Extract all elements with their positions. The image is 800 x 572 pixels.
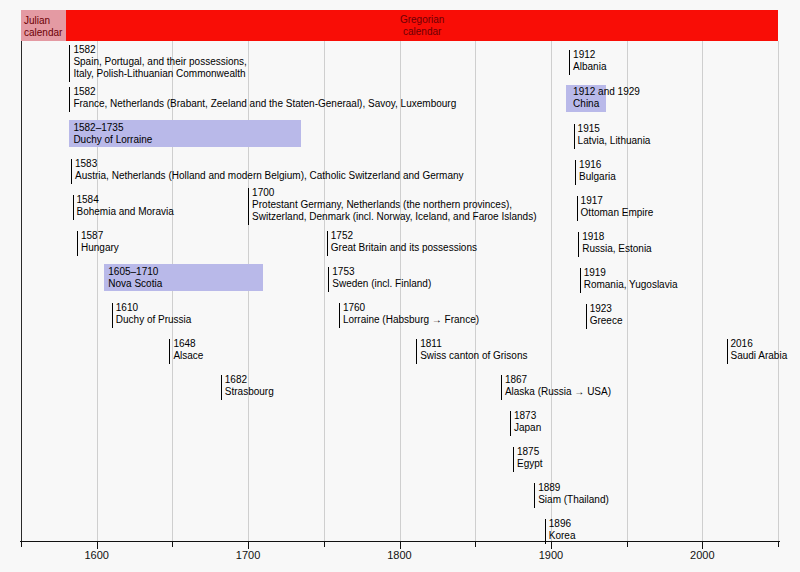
timeline-entry: 1584Bohemia and Moravia	[73, 194, 174, 218]
entry-region-label: Bulgaria	[579, 171, 616, 183]
entry-year-tick	[73, 195, 74, 220]
entry-region-label: France, Netherlands (Brabant, Zeeland an…	[73, 98, 456, 110]
timeline-entry: 1760Lorraine (Habsburg → France)	[339, 302, 479, 326]
timeline-entry: 1648Alsace	[169, 338, 203, 362]
entry-year-tick	[586, 304, 587, 329]
entry-year-label: 1760	[343, 302, 479, 314]
axis-minor-tick-1550	[21, 542, 22, 547]
axis-minor-tick-1750	[324, 542, 325, 547]
entry-region-label: Romania, Yugoslavia	[584, 279, 678, 291]
timeline-entry: 1582Spain, Portugal, and their possessio…	[69, 44, 246, 80]
entry-year-tick	[578, 232, 579, 257]
entry-text: 1867Alaska (Russia → USA)	[505, 374, 611, 398]
entry-text: 1582–1735Duchy of Lorraine	[73, 122, 301, 146]
entry-text: 1875Egypt	[517, 446, 543, 470]
entry-year-label: 1700	[252, 187, 536, 199]
entry-region-label: Alaska (Russia → USA)	[505, 386, 611, 398]
entry-year-label: 1912 and 1929	[573, 86, 640, 98]
timeline-entry: 1873Japan	[510, 410, 541, 434]
entry-text: 1752Great Britain and its possessions	[331, 230, 477, 254]
entry-region-label: Switzerland, Denmark (incl. Norway, Icel…	[252, 211, 536, 223]
entry-region-label: Nova Scotia	[108, 278, 263, 290]
entry-region-label: Russia, Estonia	[582, 243, 651, 255]
entry-text: 1648Alsace	[173, 338, 203, 362]
timeline-entry: 1752Great Britain and its possessions	[327, 230, 477, 254]
entry-year-label: 1917	[581, 195, 654, 207]
entry-year-label: 1915	[578, 123, 651, 135]
axis-tick-label-1700: 1700	[226, 549, 270, 561]
entry-text: 1917Ottoman Empire	[581, 195, 654, 219]
entry-year-tick	[416, 339, 417, 364]
entry-region-label: Albania	[573, 61, 606, 73]
gregorian-calendar-label: Gregorian calendar	[400, 14, 444, 38]
entry-year-label: 1582	[73, 86, 456, 98]
timeline-entry: 1912 and 1929China	[569, 86, 640, 110]
entry-region-label: Bohemia and Moravia	[77, 206, 174, 218]
entry-year-label: 1896	[549, 518, 576, 530]
timeline-entry: 1682Strasbourg	[221, 374, 274, 398]
gridline-1650	[172, 41, 173, 541]
entry-region-label: Duchy of Prussia	[116, 314, 192, 326]
entry-year-label: 1923	[590, 303, 623, 315]
timeline-entry: 1582France, Netherlands (Brabant, Zeelan…	[69, 86, 456, 110]
entry-region-label: Latvia, Lithuania	[578, 135, 651, 147]
gridline-1800	[400, 41, 401, 541]
timeline-left-border	[21, 10, 22, 541]
entry-year-tick	[169, 339, 170, 364]
entry-region-label: Spain, Portugal, and their possessions,	[73, 56, 246, 68]
entry-year-label: 1583	[75, 158, 464, 170]
entry-text: 1912Albania	[573, 49, 606, 73]
entry-year-label: 1582–1735	[73, 122, 301, 134]
entry-text: 1605–1710Nova Scotia	[108, 266, 263, 290]
timeline-entry: 2016Saudi Arabia	[727, 338, 788, 362]
entry-text: 1889Siam (Thailand)	[538, 482, 609, 506]
entry-text: 1811Swiss canton of Grisons	[420, 338, 527, 362]
entry-text: 1582Spain, Portugal, and their possessio…	[73, 44, 246, 80]
gridline-2050	[778, 41, 779, 541]
timeline-entry: 1919Romania, Yugoslavia	[580, 267, 678, 291]
axis-tick-label-1600: 1600	[75, 549, 119, 561]
entry-text: 1915Latvia, Lithuania	[578, 123, 651, 147]
entry-year-label: 1811	[420, 338, 527, 350]
entry-year-label: 1912	[573, 49, 606, 61]
entry-year-label: 1916	[579, 159, 616, 171]
timeline-entry: 1610Duchy of Prussia	[112, 302, 192, 326]
entry-year-tick	[577, 196, 578, 221]
entry-year-label: 1752	[331, 230, 477, 242]
entry-year-label: 1587	[81, 230, 119, 242]
timeline-entry: 1700Protestant Germany, Netherlands (the…	[248, 187, 536, 223]
timeline-entry: 1918Russia, Estonia	[578, 231, 651, 255]
entry-year-label: 1889	[538, 482, 609, 494]
entry-text: 1584Bohemia and Moravia	[77, 194, 174, 218]
entry-year-tick	[510, 411, 511, 436]
entry-text: 1916Bulgaria	[579, 159, 616, 183]
entry-year-tick	[248, 188, 249, 225]
entry-text: 2016Saudi Arabia	[731, 338, 788, 362]
entry-region-label: Hungary	[81, 242, 119, 254]
entry-year-label: 1875	[517, 446, 543, 458]
axis-minor-tick-1950	[627, 542, 628, 547]
entry-year-label: 1610	[116, 302, 192, 314]
entry-text: 1912 and 1929China	[573, 86, 640, 110]
timeline-entry: 1896Korea	[545, 518, 576, 542]
timeline-entry: 1917Ottoman Empire	[577, 195, 654, 219]
entry-region-label: China	[573, 98, 640, 110]
entry-year-tick	[339, 303, 340, 328]
gridline-1750	[324, 41, 325, 541]
gregorian-adoption-timeline: Julian calendarGregorian calendar 1582Sp…	[0, 0, 800, 572]
gregorian-calendar-band: Gregorian calendar	[66, 10, 778, 41]
entry-region-label: Japan	[514, 422, 541, 434]
entry-text: 1919Romania, Yugoslavia	[584, 267, 678, 291]
axis-minor-tick-2050	[778, 542, 779, 547]
axis-tick-label-1800: 1800	[378, 549, 422, 561]
gridline-1850	[475, 41, 476, 541]
timeline-entry: 1605–1710Nova Scotia	[104, 264, 263, 291]
entry-year-tick	[569, 50, 570, 75]
axis-minor-tick-1650	[172, 542, 173, 547]
timeline-entry: 1923Greece	[586, 303, 623, 327]
entry-text: 1923Greece	[590, 303, 623, 327]
entry-text: 1700Protestant Germany, Netherlands (the…	[252, 187, 536, 223]
entry-year-label: 1918	[582, 231, 651, 243]
axis-tick-label-2000: 2000	[680, 549, 724, 561]
entry-year-tick	[221, 375, 222, 400]
